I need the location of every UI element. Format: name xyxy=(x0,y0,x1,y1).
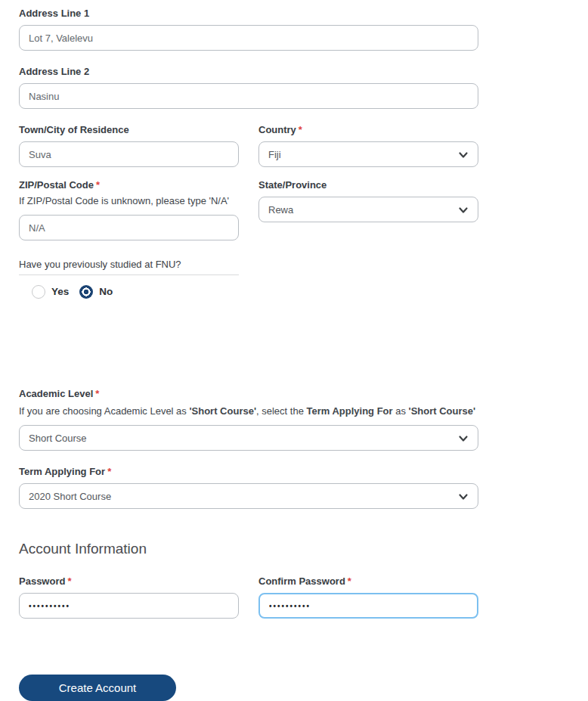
zip-helper-text: If ZIP/Postal Code is unknown, please ty… xyxy=(19,195,239,207)
account-information-heading: Account Information xyxy=(19,541,478,557)
term-select[interactable]: 2020 Short Course xyxy=(19,483,478,509)
country-select-value: Fiji xyxy=(268,149,281,160)
address1-input[interactable] xyxy=(19,25,478,51)
chevron-down-icon xyxy=(458,492,469,502)
radio-yes-label: Yes xyxy=(51,286,69,297)
zip-input[interactable] xyxy=(19,215,239,240)
address1-label: Address Line 1 xyxy=(19,8,478,20)
state-group: State/Province Rewa xyxy=(258,179,478,240)
registration-form-page: Address Line 1 Address Line 2 Town/City … xyxy=(0,0,588,701)
password-input[interactable] xyxy=(19,593,239,619)
country-label: Country* xyxy=(258,124,478,136)
create-account-button[interactable]: Create Account xyxy=(19,675,176,701)
confirm-password-group: Confirm Password* xyxy=(258,575,478,619)
radio-unchecked-icon xyxy=(32,285,45,299)
password-row: Password* Confirm Password* xyxy=(19,575,478,619)
zip-label: ZIP/Postal Code* xyxy=(19,179,239,191)
academic-level-select-value: Short Course xyxy=(29,433,87,444)
confirm-password-input[interactable] xyxy=(258,593,478,619)
address2-label: Address Line 2 xyxy=(19,66,478,78)
zip-group: ZIP/Postal Code* If ZIP/Postal Code is u… xyxy=(19,179,239,240)
chevron-down-icon xyxy=(458,433,469,444)
state-select-value: Rewa xyxy=(268,204,293,216)
required-asterisk: * xyxy=(96,179,100,191)
password-label: Password* xyxy=(19,575,239,588)
state-select[interactable]: Rewa xyxy=(258,197,478,222)
fnu-question-label: Have you previously studied at FNU? xyxy=(19,259,239,275)
confirm-password-label: Confirm Password* xyxy=(258,575,478,588)
address1-group: Address Line 1 xyxy=(19,8,478,51)
radio-checked-icon xyxy=(79,285,93,299)
required-asterisk: * xyxy=(107,466,111,477)
term-label: Term Applying For* xyxy=(19,466,478,478)
required-asterisk: * xyxy=(67,575,71,587)
chevron-down-icon xyxy=(458,150,469,160)
country-select[interactable]: Fiji xyxy=(258,141,478,167)
address2-input[interactable] xyxy=(19,83,478,109)
academic-level-label: Academic Level* xyxy=(19,388,478,400)
academic-level-helper: If you are choosing Academic Level as 'S… xyxy=(19,405,478,417)
town-group: Town/City of Residence xyxy=(19,124,239,167)
radio-no-label: No xyxy=(99,286,113,297)
town-label: Town/City of Residence xyxy=(19,124,239,136)
academic-level-group: Academic Level* If you are choosing Acad… xyxy=(19,388,478,451)
country-group: Country* Fiji xyxy=(258,124,478,167)
state-label: State/Province xyxy=(258,179,478,191)
required-asterisk: * xyxy=(95,388,99,399)
required-asterisk: * xyxy=(348,575,351,587)
academic-level-select[interactable]: Short Course xyxy=(19,425,478,451)
term-select-value: 2020 Short Course xyxy=(29,491,111,502)
fnu-radio-group: Yes No xyxy=(32,284,478,299)
chevron-down-icon xyxy=(458,205,469,216)
radio-option-yes[interactable]: Yes xyxy=(32,285,69,299)
radio-option-no[interactable]: No xyxy=(79,285,113,299)
term-group: Term Applying For* 2020 Short Course xyxy=(19,466,478,509)
town-input[interactable] xyxy=(19,141,239,167)
zip-state-row: ZIP/Postal Code* If ZIP/Postal Code is u… xyxy=(19,179,478,240)
password-group: Password* xyxy=(19,575,239,619)
address2-group: Address Line 2 xyxy=(19,66,478,109)
required-asterisk: * xyxy=(299,124,302,135)
town-country-row: Town/City of Residence Country* Fiji xyxy=(19,124,478,167)
